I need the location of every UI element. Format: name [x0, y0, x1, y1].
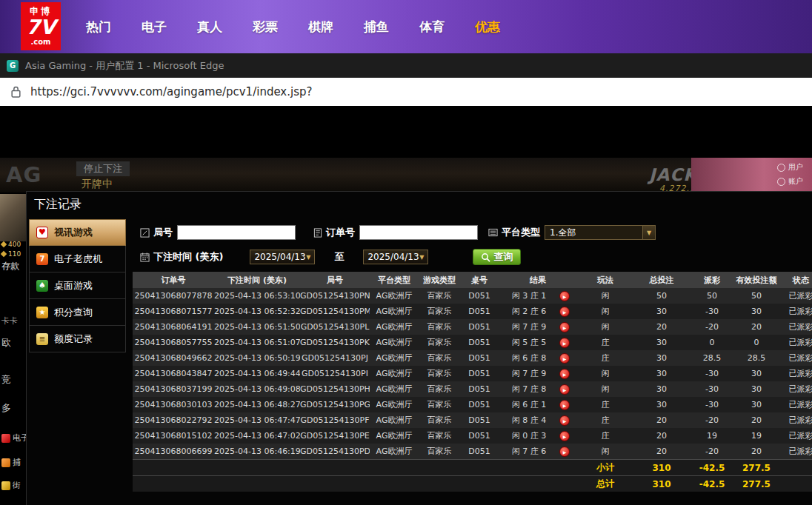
strip-label: 欧 [1, 336, 11, 350]
top-nav: 申博 7V .com 热门电子真人彩票棋牌捕鱼体育优惠 [0, 0, 812, 53]
cell: D051 [460, 384, 499, 394]
replay-button[interactable]: ▶ [559, 447, 570, 457]
cell: AG欧洲厅 [370, 306, 419, 317]
strip-label: 存款 [1, 260, 19, 272]
cell: GD051254130PN [300, 291, 370, 301]
table-row: 2504130680438472025-04-13 06:49:44GD0512… [133, 366, 812, 381]
round-input[interactable] [177, 225, 296, 240]
chevron-down-icon: ▼ [642, 226, 655, 239]
column-header: 玩法 [577, 275, 633, 286]
cell: 250413068064191 [133, 322, 214, 332]
cell: 30 [633, 307, 690, 316]
cell: 20 [734, 415, 779, 425]
stop-betting-label: 停止下注 [76, 161, 130, 176]
gold-square-icon [1, 481, 10, 490]
cell: 30 [734, 384, 779, 394]
orange-square-icon [1, 458, 10, 467]
cell: AG欧洲厅 [370, 321, 419, 332]
strip-item[interactable]: 捕 [1, 457, 21, 468]
result-text: 闲 7 庄 9 [499, 368, 559, 379]
cell: 250413068037199 [133, 384, 214, 394]
browser-url-bar[interactable]: https://gci.7vvvvvv.com/agingame/pcv1/in… [0, 78, 812, 106]
platform-icon [488, 228, 498, 237]
date-from-select[interactable]: 2025/04/13 ▼ [250, 250, 315, 264]
cell: 已派彩 [779, 352, 812, 364]
date-to-select[interactable]: 2025/04/13 ▼ [363, 250, 428, 264]
result-text: 闲 0 庄 3 [499, 430, 559, 441]
sum-valid-bet: 277.5 [734, 463, 779, 473]
replay-button[interactable]: ▶ [559, 338, 570, 348]
replay-button[interactable]: ▶ [559, 384, 570, 395]
replay-button[interactable]: ▶ [559, 431, 570, 441]
result-text: 闲 8 庄 4 [499, 415, 559, 426]
strip-label: 110 [8, 250, 21, 258]
strip-item[interactable]: 电子 [1, 432, 29, 444]
account-link[interactable]: 账户 [777, 176, 803, 187]
cell: AG欧洲厅 [370, 446, 419, 457]
menu-item-credit-records[interactable]: ≡额度记录 [29, 326, 126, 352]
strip-item[interactable]: 存款 [1, 260, 19, 272]
cell: -30 [690, 307, 734, 316]
menu-item-label: 额度记录 [54, 332, 93, 346]
menu-item-video-games[interactable]: ♥视讯游戏 [29, 219, 126, 246]
sum-valid-bet: 277.5 [734, 479, 779, 489]
strip-item[interactable]: 竞 [1, 373, 11, 387]
nav-item[interactable]: 优惠 [475, 19, 500, 36]
order-input[interactable] [359, 225, 478, 240]
strip-item[interactable]: 欧 [1, 336, 11, 350]
search-button[interactable]: 查询 [473, 249, 521, 265]
menu-item-slot-machines[interactable]: 7电子老虎机 [29, 246, 126, 272]
strip-item[interactable]: 街 [1, 480, 21, 491]
cell: 2025-04-13 06:53:10 [214, 291, 300, 301]
strip-item[interactable]: 卡卡 [1, 315, 18, 327]
nav-item[interactable]: 体育 [419, 19, 445, 36]
user-avatar[interactable] [0, 194, 26, 241]
replay-button[interactable]: ▶ [559, 369, 570, 379]
nav-item[interactable]: 棋牌 [308, 19, 333, 36]
menu-item-points-inquiry[interactable]: ★积分查询 [29, 299, 126, 326]
column-header: 订单号 [133, 275, 214, 286]
url-text[interactable]: https://gci.7vvvvvv.com/agingame/pcv1/in… [30, 85, 312, 98]
table-icon: ♠ [36, 280, 48, 292]
platform-type-select[interactable]: 1.全部 ▼ [545, 225, 656, 240]
cell: 百家乐 [419, 415, 460, 426]
result-text: 闲 3 庄 1 [499, 290, 559, 301]
site-logo[interactable]: 申博 7V .com [21, 2, 61, 50]
game-area: AG 停止下注 开牌中 JACKPOT 4,272,152.16 用户 账户 4… [0, 106, 812, 505]
points-icon: ★ [36, 307, 48, 318]
replay-button[interactable]: ▶ [559, 322, 570, 332]
replay-button[interactable]: ▶ [559, 400, 570, 410]
date-to-value: 2025/04/13 [367, 252, 419, 262]
cell: 百家乐 [419, 290, 460, 301]
cell: 庄 [577, 337, 633, 348]
column-header: 总投注 [633, 275, 690, 286]
cell: 30 [734, 369, 779, 378]
nav-item[interactable]: 真人 [197, 19, 222, 36]
cell: 闲 [577, 446, 633, 457]
magnifier-icon [481, 252, 490, 262]
user-link[interactable]: 用户 [777, 162, 803, 173]
filter-row-2: 下注时间 (美东) 2025/04/13 ▼ 至 2025/04/13 ▼ [140, 249, 812, 265]
replay-button[interactable]: ▶ [559, 415, 570, 426]
cell: 已派彩 [779, 384, 812, 395]
strip-label: 竞 [1, 373, 11, 387]
nav-item[interactable]: 电子 [142, 19, 167, 36]
cell: 闲 [577, 321, 633, 332]
cell: GD051254130PI [300, 369, 370, 378]
nav-item[interactable]: 彩票 [253, 19, 278, 36]
bet-time-label: 下注时间 (美东) [140, 250, 223, 264]
menu-item-table-games[interactable]: ♠桌面游戏 [29, 272, 126, 299]
replay-button[interactable]: ▶ [559, 291, 570, 301]
replay-button[interactable]: ▶ [559, 307, 570, 317]
cell: 2025-04-13 06:48:27 [214, 400, 300, 409]
nav-item[interactable]: 热门 [86, 19, 111, 36]
cell: 庄 [577, 415, 633, 426]
cell: 2025-04-13 06:51:50 [214, 322, 300, 332]
cell: 2025-04-13 06:49:44 [214, 369, 300, 378]
nav-item[interactable]: 捕鱼 [364, 19, 389, 36]
strip-item[interactable]: 400 [1, 241, 21, 248]
strip-item[interactable]: 多 [1, 401, 11, 415]
cell: AG欧洲厅 [370, 399, 419, 410]
replay-button[interactable]: ▶ [559, 353, 570, 364]
strip-item[interactable]: 110 [1, 250, 21, 258]
